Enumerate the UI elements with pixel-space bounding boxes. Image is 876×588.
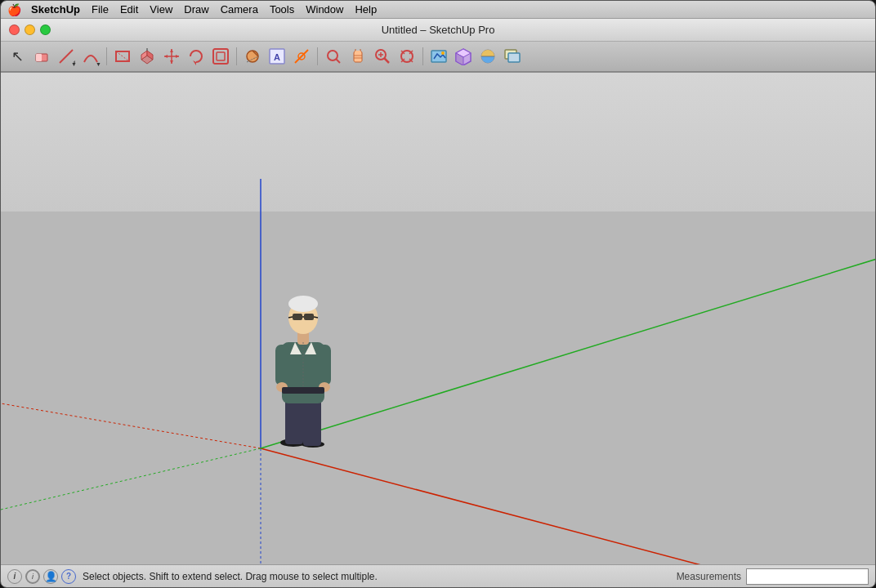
svg-marker-14 [193, 60, 196, 65]
svg-marker-13 [176, 55, 179, 58]
svg-line-29 [384, 58, 389, 63]
tool-components[interactable] [452, 45, 475, 68]
toolbar-separator-2 [236, 47, 237, 65]
green-axis-dotted [1, 448, 261, 510]
svg-rect-1 [36, 54, 42, 61]
svg-line-64 [288, 317, 293, 318]
viewport[interactable] [1, 73, 875, 564]
minimize-button[interactable] [25, 24, 35, 35]
svg-rect-45 [508, 53, 520, 62]
close-button[interactable] [9, 24, 20, 35]
tool-arc[interactable]: ▼ [79, 45, 102, 68]
red-axis [261, 448, 875, 564]
tool-text[interactable]: A [266, 45, 288, 68]
menu-edit[interactable]: Edit [120, 3, 138, 16]
tool-add-location[interactable] [427, 45, 450, 68]
toolbar-separator-3 [317, 47, 318, 65]
svg-marker-12 [164, 55, 168, 58]
status-text: Select objects. Shift to extend select. … [83, 571, 378, 582]
status-icons: i i 👤 ? [7, 569, 76, 584]
tool-push-pull[interactable] [136, 45, 159, 68]
green-axis [261, 259, 875, 448]
tool-materials[interactable] [476, 45, 499, 68]
tool-axes[interactable] [290, 45, 313, 68]
tool-move[interactable] [160, 45, 183, 68]
menu-tools[interactable]: Tools [270, 3, 294, 16]
svg-rect-54 [275, 345, 288, 385]
menu-sketchup[interactable]: SketchUp [31, 3, 80, 16]
measurements-area: Measurements [677, 568, 869, 585]
tool-tape-measure[interactable] [241, 45, 264, 68]
menu-help[interactable]: Help [355, 3, 377, 16]
svg-rect-66 [282, 387, 324, 394]
tool-zoom-extents[interactable] [396, 45, 418, 68]
tool-line[interactable]: ▼ [55, 45, 78, 68]
menu-draw[interactable]: Draw [184, 3, 208, 16]
titlebar: Untitled – SketchUp Pro [1, 19, 875, 42]
tool-look[interactable] [322, 45, 345, 68]
tool-scenes[interactable] [501, 45, 524, 68]
tool-rotate[interactable] [185, 45, 208, 68]
svg-point-38 [441, 51, 445, 55]
menubar: 🍎 SketchUp File Edit View Draw Camera To… [1, 1, 875, 19]
svg-line-25 [336, 59, 340, 63]
apple-menu[interactable]: 🍎 [7, 3, 21, 16]
app-window: 🍎 SketchUp File Edit View Draw Camera To… [0, 0, 876, 588]
window-title: Untitled – SketchUp Pro [382, 24, 495, 36]
svg-point-60 [288, 296, 318, 312]
svg-line-22 [295, 50, 308, 63]
svg-rect-15 [213, 49, 228, 64]
svg-point-17 [247, 51, 258, 62]
svg-marker-11 [170, 60, 173, 64]
svg-marker-10 [170, 49, 173, 52]
tool-offset[interactable] [209, 45, 232, 68]
status-icon-help[interactable]: ? [61, 569, 76, 584]
svg-rect-61 [293, 314, 302, 320]
measurements-input[interactable] [746, 568, 869, 585]
measurements-label: Measurements [677, 571, 741, 582]
scene-svg [1, 73, 875, 564]
svg-line-65 [314, 317, 318, 318]
tool-rectangle[interactable] [111, 45, 134, 68]
menu-window[interactable]: Window [306, 3, 343, 16]
statusbar: i i 👤 ? Select objects. Shift to extend … [1, 564, 875, 587]
status-icon-info2[interactable]: i [25, 569, 40, 584]
tool-select[interactable]: ↖ [6, 45, 29, 68]
toolbar-separator-1 [106, 47, 107, 65]
tool-eraser[interactable] [30, 45, 53, 68]
svg-rect-16 [217, 52, 225, 60]
svg-rect-62 [304, 314, 314, 320]
svg-rect-55 [318, 345, 331, 385]
status-icon-instructor[interactable]: 👤 [43, 569, 58, 584]
menu-file[interactable]: File [92, 3, 109, 16]
red-axis-dotted [1, 403, 261, 448]
window-controls [9, 24, 51, 35]
maximize-button[interactable] [40, 24, 51, 35]
svg-text:A: A [274, 52, 280, 62]
status-icon-info1[interactable]: i [7, 569, 22, 584]
toolbar-separator-4 [422, 47, 423, 65]
svg-line-5 [116, 51, 129, 61]
toolbar: ↖ ▼ ▼ [1, 42, 875, 73]
tool-zoom[interactable] [371, 45, 394, 68]
menu-view[interactable]: View [150, 3, 172, 16]
menu-camera[interactable]: Camera [221, 3, 258, 16]
tool-pan[interactable] [346, 45, 369, 68]
human-figure [270, 273, 336, 448]
